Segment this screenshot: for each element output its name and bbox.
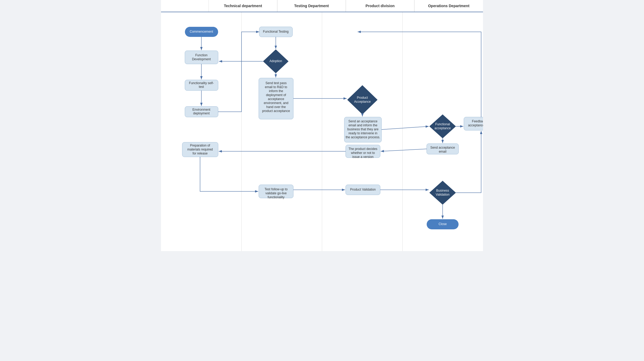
- test-follow-up-label-3: functionality: [268, 195, 284, 199]
- flowchart-svg: Commencement Function Development Functi…: [161, 12, 483, 251]
- svg-line-13: [382, 126, 429, 130]
- page-wrapper: Technical department Testing Department …: [0, 0, 644, 251]
- commencement-label: Commencement: [190, 30, 213, 33]
- send-test-label-7: hand over the: [266, 105, 286, 109]
- functionality-self-test-label-2: test: [199, 85, 204, 89]
- send-test-label-3: inform the: [269, 89, 283, 93]
- environment-deployment-label-2: deployment: [193, 111, 210, 115]
- test-follow-up-label-1: Test follow-up to: [265, 187, 288, 191]
- send-test-label-1: Send test pass: [265, 81, 286, 85]
- preparation-materials-label-1: Preparation of: [190, 144, 210, 147]
- dept-operations: Operations Department: [414, 0, 483, 12]
- feedback-acceptance-label-1: Feedback on: [472, 119, 483, 123]
- send-acceptance-email-label-2: email: [439, 150, 447, 153]
- send-test-label-4: deployment of: [266, 93, 286, 97]
- product-decides-label-2: whether or not to: [351, 151, 375, 155]
- dept-technical: Technical department: [209, 0, 277, 12]
- diagram-area: Commencement Function Development Functi…: [161, 12, 483, 251]
- feedback-acceptance-label-2: acceptance issues: [468, 123, 483, 127]
- dept-testing: Testing Department: [277, 0, 346, 12]
- business-validation-label-2: Validation: [436, 193, 450, 196]
- send-accept-inform-label-5: the acceptance process.: [346, 135, 380, 139]
- send-acceptance-email-label-1: Send acceptance: [430, 146, 455, 149]
- preparation-materials-label-3: for release: [193, 152, 208, 155]
- business-validation-label-1: Business: [436, 189, 449, 192]
- send-test-label-5: acceptance: [268, 97, 284, 101]
- close-label: Close: [439, 222, 447, 226]
- function-development-label-1: Function: [195, 53, 207, 57]
- product-decides-label-3: issue a version: [352, 155, 374, 159]
- product-acceptance-label-1: Product: [357, 96, 368, 100]
- test-follow-up-label-2: validate go-live: [265, 191, 287, 195]
- product-decides-label-1: The product decides: [349, 147, 378, 151]
- functional-acceptance-label-1: Functional: [435, 122, 450, 126]
- product-acceptance-label-2: Acceptance: [354, 100, 371, 104]
- send-test-label-2: email to R&D to: [265, 85, 287, 89]
- dept-product: Product division: [346, 0, 414, 12]
- send-test-label-6: environment, and: [264, 101, 289, 105]
- send-test-label-8: product acceptance: [262, 109, 290, 113]
- preparation-materials-label-2: materials required: [187, 148, 213, 151]
- svg-line-16: [381, 149, 427, 151]
- function-development-label-2: Development: [192, 57, 211, 61]
- adoption-label: Adoption: [269, 59, 282, 63]
- diagram-container: Technical department Testing Department …: [161, 0, 483, 251]
- product-validation-label: Product Validation: [350, 188, 376, 191]
- environment-deployment-label-1: Environment: [192, 108, 210, 111]
- send-accept-inform-label-2: email and inform the: [349, 123, 378, 127]
- functional-acceptance-label-2: acceptance: [434, 126, 451, 130]
- send-accept-inform-label-1: Send an acceptance: [348, 119, 378, 123]
- send-accept-inform-label-3: business that they are: [347, 127, 379, 131]
- functional-testing-label: Functional Testing: [263, 30, 289, 33]
- send-accept-inform-label-4: ready to intervene in: [349, 131, 378, 135]
- functionality-self-test-label-1: Functionality self-: [189, 81, 214, 85]
